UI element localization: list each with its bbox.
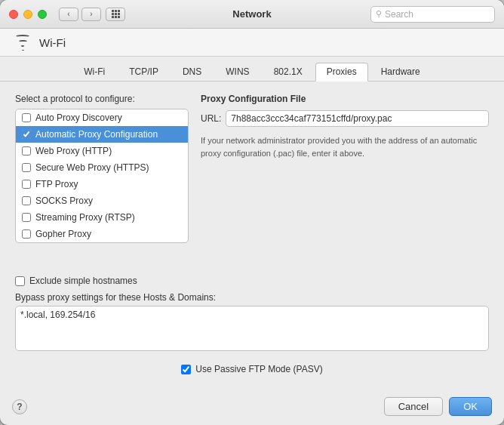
search-box[interactable]: ⚲: [370, 6, 495, 23]
content: Select a protocol to configure: Auto Pro…: [0, 82, 504, 391]
streaming-proxy-label: Streaming Proxy (RTSP): [35, 212, 135, 223]
streaming-proxy-checkbox[interactable]: [22, 213, 31, 222]
bottom-section: Exclude simple hostnames Bypass proxy se…: [15, 276, 489, 379]
search-icon: ⚲: [376, 9, 382, 19]
web-proxy-label: Web Proxy (HTTP): [35, 146, 112, 156]
search-input[interactable]: [385, 9, 490, 20]
footer-buttons: Cancel OK: [384, 397, 492, 416]
protocol-label: Select a protocol to configure:: [15, 94, 189, 104]
tab-tcpip[interactable]: TCP/IP: [118, 63, 170, 81]
bypass-textarea[interactable]: *.local, 169.254/16: [15, 306, 489, 351]
auto-discovery-label: Auto Proxy Discovery: [35, 112, 122, 123]
url-row: URL:: [201, 110, 489, 127]
tab-8021x[interactable]: 802.1X: [263, 63, 314, 81]
window-title: Network: [232, 8, 271, 20]
url-label: URL:: [201, 113, 221, 124]
traffic-lights: [9, 10, 47, 19]
bypass-label: Bypass proxy settings for these Hosts & …: [15, 292, 489, 303]
protocol-item-secure-web-proxy[interactable]: Secure Web Proxy (HTTPS): [16, 159, 188, 176]
pasv-row: Use Passive FTP Mode (PASV): [15, 359, 489, 379]
exclude-label: Exclude simple hostnames: [29, 276, 137, 286]
gopher-proxy-checkbox[interactable]: [22, 229, 31, 239]
footer: ? Cancel OK: [0, 391, 504, 425]
cancel-button[interactable]: Cancel: [384, 397, 443, 416]
gopher-proxy-label: Gopher Proxy: [35, 229, 91, 239]
help-button[interactable]: ?: [12, 399, 27, 414]
web-proxy-checkbox[interactable]: [22, 146, 31, 156]
socks-proxy-label: SOCKS Proxy: [35, 196, 93, 206]
bypass-section: Bypass proxy settings for these Hosts & …: [15, 292, 489, 353]
tab-bar: Wi-Fi TCP/IP DNS WINS 802.1X Proxies Har…: [0, 57, 504, 82]
protocol-panel: Select a protocol to configure: Auto Pro…: [15, 94, 189, 266]
pasv-checkbox[interactable]: [181, 365, 191, 374]
tab-wins[interactable]: WINS: [214, 63, 260, 81]
auto-discovery-checkbox[interactable]: [22, 113, 31, 122]
tab-hardware[interactable]: Hardware: [370, 63, 432, 81]
protocol-item-web-proxy[interactable]: Web Proxy (HTTP): [16, 143, 188, 159]
socks-proxy-checkbox[interactable]: [22, 196, 31, 205]
nav-buttons: ‹ ›: [59, 8, 101, 21]
protocol-item-streaming-proxy[interactable]: Streaming Proxy (RTSP): [16, 209, 188, 226]
interface-bar: Wi-Fi: [0, 29, 504, 57]
ftp-proxy-checkbox[interactable]: [22, 180, 31, 189]
proxy-config-panel: Proxy Configuration File URL: If your ne…: [201, 94, 489, 266]
wifi-icon: [12, 35, 33, 50]
protocol-item-auto-discovery[interactable]: Auto Proxy Discovery: [16, 109, 188, 126]
protocol-item-socks-proxy[interactable]: SOCKS Proxy: [16, 192, 188, 209]
ftp-proxy-label: FTP Proxy: [35, 179, 78, 189]
main-row: Select a protocol to configure: Auto Pro…: [15, 94, 489, 266]
tab-dns[interactable]: DNS: [171, 63, 213, 81]
close-button[interactable]: [9, 10, 18, 19]
interface-name: Wi-Fi: [39, 36, 66, 49]
auto-config-checkbox[interactable]: [22, 130, 31, 139]
protocol-item-auto-config[interactable]: Automatic Proxy Configuration: [16, 126, 188, 143]
back-button[interactable]: ‹: [59, 8, 78, 21]
exclude-row: Exclude simple hostnames: [15, 276, 489, 286]
secure-web-proxy-label: Secure Web Proxy (HTTPS): [35, 162, 149, 173]
minimize-button[interactable]: [23, 10, 32, 19]
window: ‹ › Network ⚲ Wi-Fi Wi-Fi TCP/IP DNS: [0, 0, 504, 425]
proxy-description: If your network administrator provided y…: [201, 134, 489, 159]
url-input[interactable]: [226, 110, 489, 127]
secure-web-proxy-checkbox[interactable]: [22, 163, 31, 172]
pasv-label: Use Passive FTP Mode (PASV): [195, 364, 322, 374]
protocol-list: Auto Proxy Discovery Automatic Proxy Con…: [15, 109, 189, 243]
protocol-item-gopher-proxy[interactable]: Gopher Proxy: [16, 226, 188, 242]
maximize-button[interactable]: [38, 10, 47, 19]
auto-config-label: Automatic Proxy Configuration: [35, 129, 158, 140]
titlebar: ‹ › Network ⚲: [0, 0, 504, 29]
tab-wifi[interactable]: Wi-Fi: [72, 63, 116, 81]
grid-icon: [112, 10, 120, 18]
grid-button[interactable]: [106, 8, 125, 21]
proxy-config-title: Proxy Configuration File: [201, 94, 489, 104]
exclude-checkbox[interactable]: [15, 276, 25, 286]
ok-button[interactable]: OK: [449, 397, 492, 416]
forward-button[interactable]: ›: [81, 8, 101, 21]
tab-proxies[interactable]: Proxies: [315, 63, 368, 82]
protocol-item-ftp-proxy[interactable]: FTP Proxy: [16, 176, 188, 192]
